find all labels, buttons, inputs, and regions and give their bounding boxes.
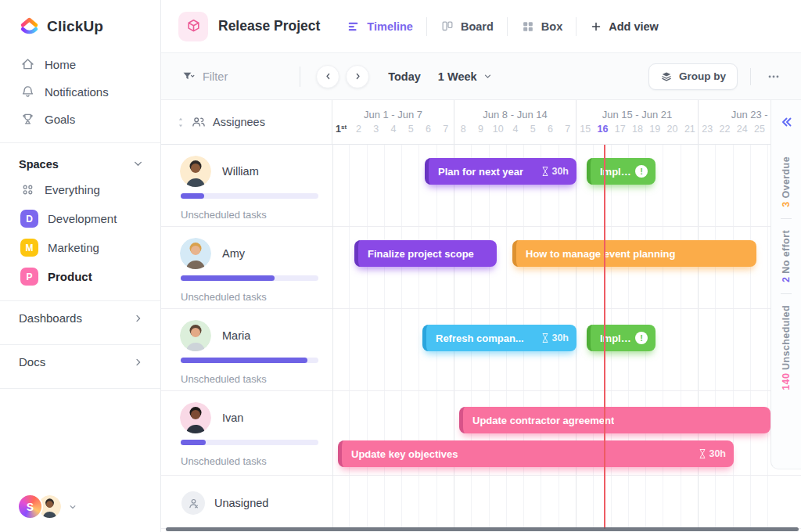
group-by-button[interactable]: Group by	[648, 63, 738, 90]
assignees-label: Assignees	[213, 116, 265, 128]
divider	[781, 218, 792, 219]
time-estimate-value: 30h	[709, 448, 726, 459]
unscheduled-tasks-link[interactable]: Unscheduled tasks	[181, 455, 267, 467]
unscheduled-tasks-link[interactable]: Unscheduled tasks	[181, 209, 267, 221]
sidebar-item-docs[interactable]: Docs	[0, 345, 160, 379]
avatar	[180, 238, 211, 269]
divider	[332, 145, 333, 529]
counter-value: 3	[781, 201, 792, 207]
app-logo[interactable]: ClickUp	[0, 0, 160, 37]
horizontal-scrollbar[interactable]	[166, 527, 799, 531]
add-view-button[interactable]: Add view	[584, 16, 665, 38]
assignee-name: Unasigned	[214, 497, 268, 509]
divider	[576, 17, 577, 36]
task-bar[interactable]: Refresh compan...30h	[422, 325, 577, 351]
tab-timeline[interactable]: Timeline	[340, 15, 419, 38]
clickup-logo-icon	[19, 16, 40, 37]
avatar	[180, 156, 211, 187]
divider	[781, 293, 792, 294]
timeline-icon	[347, 20, 361, 34]
tab-label: Box	[541, 20, 562, 33]
task-bar[interactable]: Finalize project scope	[354, 240, 497, 267]
tab-label: Timeline	[367, 20, 413, 33]
assignee-name: Ivan	[222, 412, 243, 424]
user-account-stack[interactable]: S	[17, 494, 78, 519]
box-icon	[521, 20, 535, 34]
chevron-down-icon[interactable]	[131, 157, 145, 171]
assignee-info: IvanUnscheduled tasks	[161, 391, 332, 475]
sidebar-item-label: Dashboards	[19, 311, 82, 325]
more-options-button[interactable]	[763, 66, 784, 87]
spaces-header[interactable]: Spaces	[0, 143, 160, 175]
sidebar-item-dashboards[interactable]: Dashboards	[0, 301, 160, 335]
day-header: 15	[577, 124, 594, 144]
week-label: Jun 15 - Jun 21	[577, 100, 698, 124]
week-header: Jun 15 - Jun 2115161718192021	[577, 100, 699, 144]
sidebar-item-label: Development	[48, 212, 117, 225]
sidebar-item-goals[interactable]: Goals	[0, 106, 160, 133]
ellipsis-icon	[767, 70, 781, 84]
chevron-right-icon	[132, 356, 145, 368]
assignee-name: William	[222, 165, 259, 178]
counter-no-effort[interactable]: 2 No effort	[781, 230, 792, 282]
next-week-button[interactable]	[346, 65, 369, 88]
task-bar[interactable]: Implem..!	[587, 325, 656, 351]
sidebar-item-label: Home	[45, 58, 76, 71]
sidebar-item-home[interactable]: Home	[0, 51, 160, 78]
sidebar-item-product[interactable]: PProduct	[0, 262, 160, 291]
week-label: Jun 1 - Jun 7	[332, 100, 454, 124]
sidebar-item-development[interactable]: DDevelopment	[0, 204, 160, 233]
time-estimate-badge: 30h	[535, 332, 569, 343]
sort-icon[interactable]	[177, 116, 185, 129]
tab-board[interactable]: Board	[434, 15, 500, 38]
day-header: 22	[716, 124, 733, 144]
hourglass-icon	[699, 448, 706, 459]
sidebar-item-label: Docs	[19, 355, 45, 368]
task-bar[interactable]: Update contractor agreement	[459, 407, 770, 433]
today-button[interactable]: Today	[388, 70, 421, 83]
tab-label: Board	[461, 20, 494, 33]
prev-week-button[interactable]	[316, 65, 339, 88]
time-estimate-value: 30h	[551, 332, 569, 343]
range-label: 1 Week	[438, 70, 477, 83]
space-badge: D	[20, 210, 38, 228]
week-header: Jun 1 - Jun 71st234567	[332, 100, 454, 144]
sidebar-item-everything[interactable]: Everything	[0, 175, 160, 204]
range-select[interactable]: 1 Week	[438, 70, 494, 83]
unscheduled-tasks-link[interactable]: Unscheduled tasks	[181, 291, 267, 303]
task-label: Refresh compan...	[436, 332, 524, 344]
day-header: 7	[437, 124, 454, 144]
view-tabs: TimelineBoardBoxAdd view	[340, 15, 665, 38]
day-header: 21	[681, 124, 699, 144]
collapse-panel-icon[interactable]	[778, 114, 794, 130]
sidebar-item-marketing[interactable]: MMarketing	[0, 233, 160, 262]
workload-progress-bar	[181, 275, 318, 281]
filter-button[interactable]: Filter	[181, 70, 228, 84]
counter-value: 2	[781, 276, 792, 282]
unscheduled-tasks-link[interactable]: Unscheduled tasks	[181, 373, 267, 385]
task-label: How to manage event planning	[526, 248, 675, 260]
tab-box[interactable]: Box	[515, 15, 569, 38]
workload-progress-bar	[181, 193, 318, 199]
workload-progress-fill	[181, 275, 275, 281]
workspace-avatar[interactable]: S	[17, 494, 43, 519]
divider	[426, 17, 427, 36]
today-marker-line	[604, 145, 605, 529]
day-header: 16	[594, 124, 611, 144]
task-bar[interactable]: Update key objectives30h	[338, 440, 734, 467]
sidebar-item-notifications[interactable]: Notifications	[0, 78, 160, 106]
trophy-icon	[20, 112, 35, 127]
chevron-left-icon	[322, 70, 334, 82]
days-row: 2322242526	[699, 124, 770, 144]
assignees-column-header[interactable]: Assignees	[161, 100, 332, 144]
assignee-row: WilliamUnscheduled tasksPlan for next ye…	[161, 145, 801, 227]
task-bar[interactable]: Implem..!	[587, 158, 656, 185]
counter-overdue[interactable]: 3 Overdue	[781, 156, 792, 207]
sidebar-item-label: Everything	[45, 183, 100, 196]
chevron-down-icon[interactable]	[67, 501, 78, 512]
divider	[0, 388, 160, 389]
day-header: 18	[629, 124, 646, 144]
task-bar[interactable]: How to manage event planning	[512, 240, 756, 267]
counter-unscheduled[interactable]: 140 Unscheduled	[781, 305, 792, 390]
task-bar[interactable]: Plan for next year30h	[425, 158, 577, 185]
